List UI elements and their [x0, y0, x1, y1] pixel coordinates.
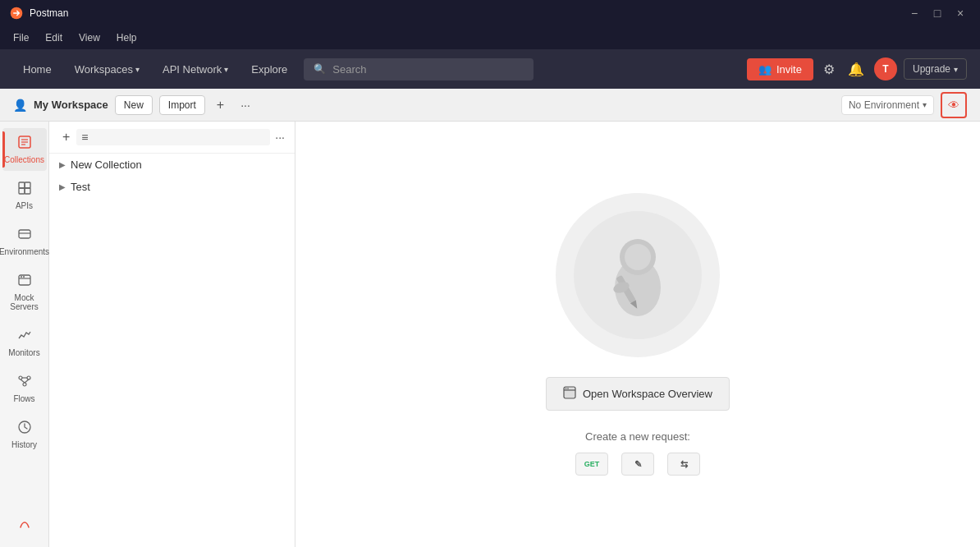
grpc-button[interactable]: ⇆: [667, 453, 700, 476]
create-request-section: Create a new request: GET ✎ ⇆: [575, 430, 700, 476]
search-bar[interactable]: 🔍 Search: [304, 58, 534, 80]
sidebar-item-apis[interactable]: APIs: [2, 174, 47, 217]
sidebar-item-collections[interactable]: Collections: [2, 128, 47, 171]
list-item[interactable]: ▶ New Collection: [49, 154, 295, 176]
open-workspace-label: Open Workspace Overview: [583, 388, 712, 400]
svg-line-19: [21, 379, 25, 383]
collections-list: ▶ New Collection ▶ Test: [49, 154, 295, 547]
postman-logo-icon: [10, 7, 23, 20]
svg-rect-5: [19, 182, 25, 188]
left-sidebar: Collections APIs Environments: [0, 122, 49, 547]
collections-panel: + ≡ ··· ▶ New Collection ▶ Test: [49, 122, 295, 547]
collections-toolbar: + ≡ ···: [49, 122, 295, 154]
svg-line-20: [25, 379, 29, 383]
menu-bar: File Edit View Help: [0, 26, 980, 49]
invite-label: Invite: [776, 63, 802, 76]
nav-api-network[interactable]: API Network ▾: [153, 58, 238, 80]
sidebar-bottom: [2, 509, 47, 547]
graphql-icon: ✎: [634, 459, 642, 470]
chevron-right-icon: ▶: [59, 160, 66, 169]
workspace-user-icon: 👤: [13, 99, 27, 112]
filter-icon: ≡: [81, 131, 88, 144]
sidebar-item-history[interactable]: History: [2, 413, 47, 456]
apis-icon: [17, 181, 32, 199]
minimize-button[interactable]: −: [904, 3, 924, 23]
nav-right: 👥 Invite ⚙ 🔔 T Upgrade ▾: [747, 57, 967, 80]
open-workspace-button[interactable]: Open Workspace Overview: [546, 377, 730, 411]
bell-icon[interactable]: 🔔: [845, 58, 868, 80]
mock-servers-icon: [17, 273, 32, 291]
sidebar-item-flows[interactable]: Flows: [2, 367, 47, 410]
workspace-name: My Workspace: [34, 99, 108, 111]
sidebar-collections-label: Collections: [4, 155, 44, 164]
collections-add-button[interactable]: +: [59, 128, 73, 146]
menu-file[interactable]: File: [7, 30, 35, 45]
plus-icon[interactable]: +: [212, 96, 229, 114]
main-layout: Collections APIs Environments: [0, 122, 980, 547]
menu-help[interactable]: Help: [110, 30, 144, 45]
nav-workspaces[interactable]: Workspaces ▾: [65, 58, 149, 80]
nav-home[interactable]: Home: [13, 58, 62, 80]
main-content: Open Workspace Overview Create a new req…: [295, 122, 980, 547]
svg-point-14: [23, 276, 25, 278]
monitors-icon: [17, 328, 32, 346]
sidebar-history-label: History: [11, 440, 37, 449]
settings-icon[interactable]: ⚙: [820, 58, 838, 80]
search-placeholder: Search: [332, 63, 366, 76]
nav-explore[interactable]: Explore: [241, 58, 297, 80]
menu-view[interactable]: View: [72, 30, 107, 45]
environment-eye-button[interactable]: 👁: [941, 92, 967, 118]
sidebar-monitors-label: Monitors: [8, 348, 39, 357]
title-bar-left: Postman: [10, 7, 68, 20]
http-request-button[interactable]: GET: [575, 453, 608, 476]
svg-point-25: [625, 244, 651, 270]
sidebar-mock-servers-label: Mock Servers: [6, 293, 44, 311]
toolbar-left: + ≡: [59, 128, 270, 146]
environment-chevron-icon: ▾: [923, 100, 927, 109]
sidebar-environments-label: Environments: [0, 247, 49, 256]
maximize-button[interactable]: □: [927, 3, 947, 23]
collection-name: Test: [71, 181, 90, 193]
sidebar-item-mock-servers[interactable]: Mock Servers: [2, 266, 47, 318]
import-button[interactable]: Import: [159, 95, 205, 115]
svg-point-32: [567, 388, 569, 389]
top-nav: Home Workspaces ▾ API Network ▾ Explore …: [0, 49, 980, 89]
collections-icon: [17, 135, 32, 153]
svg-rect-6: [25, 182, 30, 188]
flows-icon: [17, 374, 32, 392]
sidebar-flows-label: Flows: [13, 394, 34, 403]
nav-tabs: Home Workspaces ▾ API Network ▾ Explore: [13, 58, 297, 80]
collection-name: New Collection: [71, 159, 142, 171]
collections-more-button[interactable]: ···: [275, 131, 285, 144]
api-network-chevron-icon: ▾: [224, 65, 228, 74]
svg-point-15: [19, 376, 22, 379]
graphql-button[interactable]: ✎: [621, 453, 654, 476]
title-bar: Postman − □ ×: [0, 0, 980, 26]
svg-point-13: [21, 276, 22, 278]
environment-dropdown[interactable]: No Environment ▾: [841, 95, 934, 115]
upgrade-button[interactable]: Upgrade ▾: [904, 58, 967, 80]
sidebar-apis-label: APIs: [16, 201, 33, 210]
invite-user-icon: 👥: [758, 63, 772, 76]
new-button[interactable]: New: [115, 95, 153, 115]
list-item[interactable]: ▶ Test: [49, 176, 295, 198]
app-title: Postman: [30, 7, 68, 19]
sidebar-item-monitors[interactable]: Monitors: [2, 321, 47, 364]
avatar[interactable]: T: [874, 57, 897, 80]
sidebar-item-runner[interactable]: [2, 509, 47, 540]
invite-button[interactable]: 👥 Invite: [747, 58, 813, 80]
workspace-left: 👤 My Workspace New Import + ···: [13, 95, 841, 115]
window-controls[interactable]: − □ ×: [904, 3, 970, 23]
svg-rect-9: [19, 230, 30, 238]
menu-edit[interactable]: Edit: [39, 30, 69, 45]
environment-label: No Environment: [849, 99, 919, 111]
more-options-icon[interactable]: ···: [236, 97, 255, 113]
svg-rect-7: [19, 188, 25, 194]
sidebar-item-environments[interactable]: Environments: [2, 220, 47, 263]
workspaces-label: Workspaces: [75, 63, 133, 76]
close-button[interactable]: ×: [950, 3, 970, 23]
history-icon: [17, 420, 32, 438]
get-label: GET: [584, 460, 600, 468]
postman-mascot-icon: [572, 209, 703, 341]
collections-filter-button[interactable]: ≡: [76, 129, 270, 145]
